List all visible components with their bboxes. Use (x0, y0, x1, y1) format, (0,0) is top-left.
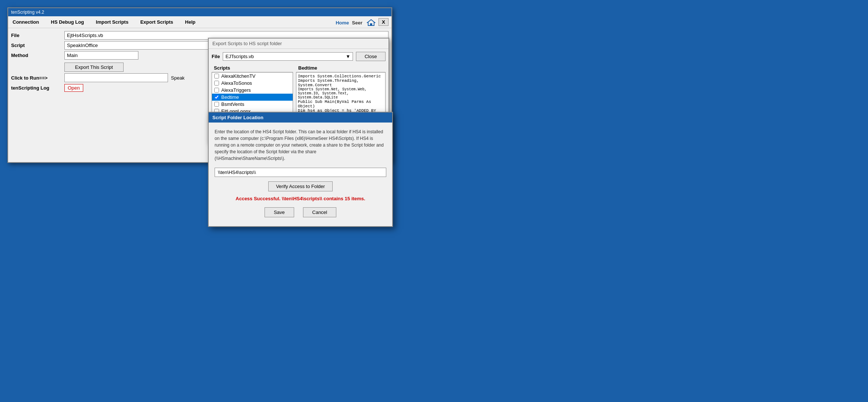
script-check-alexatriggers[interactable] (214, 88, 219, 93)
menu-connection[interactable]: Connection (11, 19, 41, 26)
method-input[interactable] (64, 51, 138, 60)
method-label: Method (11, 51, 63, 60)
cancel-button[interactable]: Cancel (303, 207, 336, 217)
script-label-alexatriggers: AlexaTriggers (221, 87, 251, 93)
homeseer-logo: HomeSeer X (334, 18, 388, 26)
script-label-bsmtvents: BsmtVents (221, 101, 244, 107)
code-line-1: Imports System.Collections.Generic (298, 74, 384, 78)
dialog-body: Enter the location of the HS4 Script fol… (209, 123, 392, 226)
export-file-dropdown[interactable]: EJTscripts.vb ▼ (223, 52, 353, 61)
script-item-alexatriggers[interactable]: AlexaTriggers (212, 87, 293, 94)
export-this-script-button[interactable]: Export This Script (64, 63, 124, 72)
logo-seer: Seer (350, 19, 364, 26)
code-line-2: Imports System.Threading, System.Convert (298, 78, 384, 87)
export-file-value: EJTscripts.vb (225, 54, 254, 59)
close-export-button[interactable]: Close (356, 52, 386, 61)
script-item-alexatasonos[interactable]: AlexaToSonos (212, 80, 293, 87)
script-label: Script (11, 41, 63, 50)
save-button[interactable]: Save (265, 207, 294, 217)
svg-rect-1 (370, 23, 372, 26)
menu-help[interactable]: Help (184, 19, 197, 26)
menu-import-scripts[interactable]: Import Scripts (94, 19, 130, 26)
logo-text: HomeSeer (334, 18, 376, 26)
folder-path-input[interactable] (215, 168, 386, 177)
file-label: File (11, 31, 63, 40)
script-label-alexakitchentv: AlexaKitchenTV (221, 73, 256, 79)
speak-label: Speak (171, 75, 185, 81)
code-line-3: Imports System.Net, System.Web, System.I… (298, 87, 384, 100)
scripts-panel-header: Scripts (212, 64, 293, 72)
script-item-bedtime[interactable]: Bedtime (212, 94, 293, 101)
script-check-bedtime[interactable] (214, 95, 219, 100)
main-window: tenScripting v4.2 Connection HS Debug Lo… (7, 7, 392, 163)
speak-box (64, 73, 168, 82)
script-check-alexatasonos[interactable] (214, 81, 219, 86)
dropdown-arrow-icon: ▼ (346, 54, 350, 59)
menu-hs-debug-log[interactable]: HS Debug Log (50, 19, 86, 26)
script-item-bsmtvents[interactable]: BsmtVents (212, 101, 293, 108)
script-label-alexatasonos: AlexaToSonos (221, 80, 252, 86)
app-title: tenScripting v4.2 (11, 10, 44, 15)
open-log-button[interactable]: Open (64, 84, 83, 92)
script-folder-dialog: Script Folder Location Enter the locatio… (208, 112, 393, 227)
export-file-row: File EJTscripts.vb ▼ Close (212, 52, 386, 61)
close-button[interactable]: X (379, 18, 388, 26)
log-section: tenScripting Log (11, 84, 63, 92)
dialog-description: Enter the location of the HS4 Script fol… (215, 128, 386, 162)
title-bar: tenScripting v4.2 (8, 8, 391, 16)
code-panel-header: Bedtime (296, 64, 386, 72)
menu-export-scripts[interactable]: Export Scripts (139, 19, 175, 26)
script-label-bedtime: Bedtime (221, 94, 239, 100)
house-icon (367, 19, 376, 26)
logo-home: Home (334, 19, 350, 26)
menu-bar: Connection HS Debug Log Import Scripts E… (8, 16, 391, 28)
access-success-message: Access Successful. \\ten\HS4\scripts\\ c… (215, 196, 386, 201)
export-panel-header: Export Scripts to HS script folder (209, 38, 388, 49)
click-run-label: Click to Run==> (11, 74, 63, 82)
script-check-bsmtvents[interactable] (214, 102, 219, 107)
log-label: tenScripting Log (11, 84, 49, 92)
script-check-alexakitchentv[interactable] (214, 74, 219, 78)
dialog-buttons: Save Cancel (215, 207, 386, 220)
dialog-titlebar: Script Folder Location (209, 113, 392, 123)
code-line-4: Public Sub Main(ByVal Parms As Object) (298, 100, 384, 108)
export-file-label: File (212, 52, 220, 61)
verify-access-button[interactable]: Verify Access to Folder (268, 181, 333, 191)
script-item-alexakitchentv[interactable]: AlexaKitchenTV (212, 73, 293, 80)
